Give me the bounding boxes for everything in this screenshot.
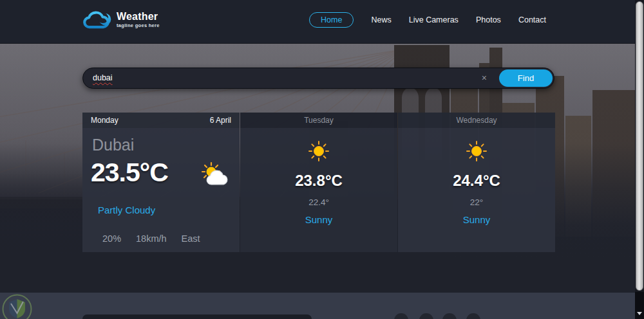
find-button[interactable]: Find [499,69,553,87]
main-nav: Home News Live Cameras Photos Contact [309,12,546,28]
sun-icon [308,141,329,161]
forecast-card-tuesday: Tuesday 23.8°C 22.4° Sunny [240,113,397,252]
wind-direction-value: East [182,233,200,244]
forecast-card-monday: Monday 6 April Dubai 23.5°C [82,113,240,252]
watermark-logo [2,294,32,319]
wind-speed-value: 18km/h [136,233,167,244]
nav-item-contact[interactable]: Contact [518,15,546,24]
pagination-dot [394,313,408,319]
search-value: dubai [93,73,113,82]
search-input[interactable]: dubai × Find [82,68,554,89]
condition-text: Partly Cloudy [98,205,155,215]
forecast-temperature: 23.8°C [295,172,343,190]
nav-item-photos[interactable]: Photos [476,15,501,24]
day-label: Monday [91,116,118,125]
card-body-wednesday: 24.4°C 22° Sunny [398,128,555,252]
brand-tagline: tagline goes here [117,23,160,28]
vertical-scrollbar[interactable] [635,0,644,319]
sun-behind-cloud-icon [201,161,232,187]
day-label: Wednesday [456,116,497,125]
clear-search-icon[interactable]: × [482,72,487,84]
brand-name: Weather [117,12,160,22]
forecast-card-wednesday: Wednesday 24.4°C 22° Sunny [398,113,555,252]
scrollbar-thumb[interactable] [636,1,643,291]
day-label: Tuesday [304,116,334,125]
next-section-band [0,293,635,319]
forecast-low-temperature: 22° [470,197,483,207]
city-name: Dubai [92,136,134,154]
card-header-monday: Monday 6 April [82,113,240,128]
scroll-down-arrow-icon[interactable] [637,312,642,315]
condition-text: Sunny [463,214,491,225]
current-temperature: 23.5°C [91,158,168,188]
nav-item-news[interactable]: News [371,15,391,24]
condition-text: Sunny [305,214,333,225]
forecast-temperature: 24.4°C [453,172,500,190]
nav-item-live-cameras[interactable]: Live Cameras [409,15,459,24]
date-label: 6 April [210,116,231,125]
weather-stats: 20% 18km/h East [102,233,200,244]
next-section-searchbar-peek [82,314,312,319]
pagination-dot [466,313,480,319]
forecast-cards: Monday 6 April Dubai 23.5°C [82,113,555,252]
card-header-wednesday: Wednesday [398,113,555,128]
cloud-logo-icon [82,9,113,31]
brand-text: Weather tagline goes here [117,12,160,28]
sun-icon [466,141,487,161]
humidity-value: 20% [102,233,121,244]
weather-app-page: Weather tagline goes here Home News Live… [0,0,635,319]
navbar: Weather tagline goes here Home News Live… [0,0,635,44]
card-body-monday: Dubai 23.5°C Partly Cloudy [82,128,240,252]
nav-item-home[interactable]: Home [309,12,354,28]
forecast-low-temperature: 22.4° [308,197,329,207]
brand-logo[interactable]: Weather tagline goes here [82,9,160,31]
pagination-dot [442,313,457,319]
card-header-tuesday: Tuesday [240,113,397,128]
card-body-tuesday: 23.8°C 22.4° Sunny [240,128,397,252]
pagination-dot [419,313,433,319]
